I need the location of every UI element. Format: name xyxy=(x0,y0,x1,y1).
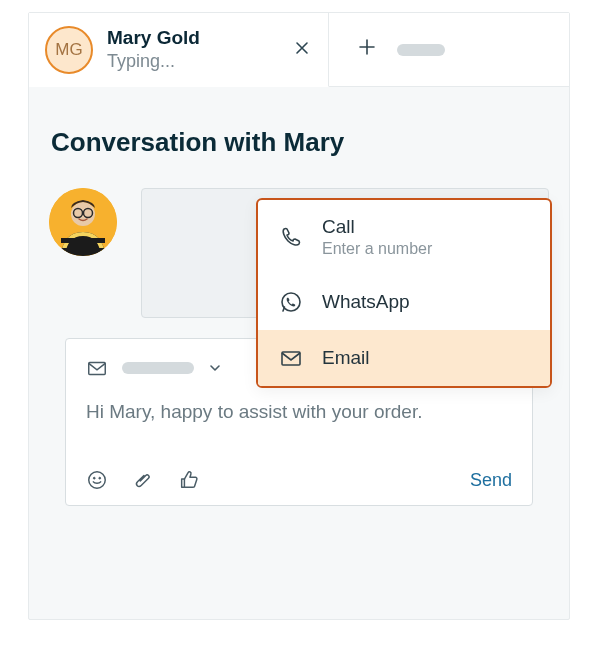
avatar-photo xyxy=(49,188,117,256)
channel-option-whatsapp-text: WhatsApp xyxy=(322,291,410,313)
channel-email-label: Email xyxy=(322,347,370,369)
channel-option-call-text: Call Enter a number xyxy=(322,216,432,258)
phone-icon xyxy=(278,225,304,249)
channel-option-email[interactable]: Email xyxy=(258,330,550,386)
channel-option-call[interactable]: Call Enter a number xyxy=(258,200,550,274)
compose-toolbar: Send xyxy=(86,469,512,491)
avatar-initials: MG xyxy=(45,26,93,74)
tab-contact[interactable]: MG Mary Gold Typing... xyxy=(29,13,329,87)
tabs-bar: MG Mary Gold Typing... xyxy=(29,13,569,87)
channel-call-subtitle: Enter a number xyxy=(322,240,432,258)
svg-point-10 xyxy=(89,472,106,489)
svg-point-11 xyxy=(93,477,95,479)
compose-channel-placeholder xyxy=(122,362,194,374)
channel-call-label: Call xyxy=(322,216,432,238)
page-title: Conversation with Mary xyxy=(51,127,549,158)
send-button[interactable]: Send xyxy=(470,470,512,491)
chat-panel: MG Mary Gold Typing... Conversation with… xyxy=(28,12,570,620)
thumbs-up-icon[interactable] xyxy=(178,469,200,491)
channel-whatsapp-label: WhatsApp xyxy=(322,291,410,313)
contact-name: Mary Gold xyxy=(107,27,280,49)
svg-rect-8 xyxy=(282,352,300,365)
svg-point-12 xyxy=(99,477,101,479)
svg-rect-9 xyxy=(89,363,106,375)
channel-dropdown: Call Enter a number WhatsApp xyxy=(256,198,552,388)
plus-icon[interactable] xyxy=(357,37,377,63)
paperclip-icon[interactable] xyxy=(132,469,154,491)
tab-new xyxy=(329,13,569,87)
contact-status: Typing... xyxy=(107,51,280,72)
close-icon[interactable] xyxy=(294,40,310,60)
compose-input[interactable]: Hi Mary, happy to assist with your order… xyxy=(86,401,512,423)
channel-option-email-text: Email xyxy=(322,347,370,369)
whatsapp-icon xyxy=(278,290,304,314)
avatar-initials-text: MG xyxy=(55,40,82,60)
emoji-icon[interactable] xyxy=(86,469,108,491)
channel-option-whatsapp[interactable]: WhatsApp xyxy=(258,274,550,330)
content-area: Conversation with Mary xyxy=(29,87,569,506)
svg-rect-5 xyxy=(61,238,105,243)
chevron-down-icon xyxy=(208,361,222,375)
email-icon xyxy=(86,357,108,379)
tab-placeholder xyxy=(397,44,445,56)
email-icon xyxy=(278,346,304,370)
message-row: Call Enter a number WhatsApp xyxy=(49,188,549,318)
svg-rect-6 xyxy=(61,248,105,253)
tab-text: Mary Gold Typing... xyxy=(107,27,280,72)
